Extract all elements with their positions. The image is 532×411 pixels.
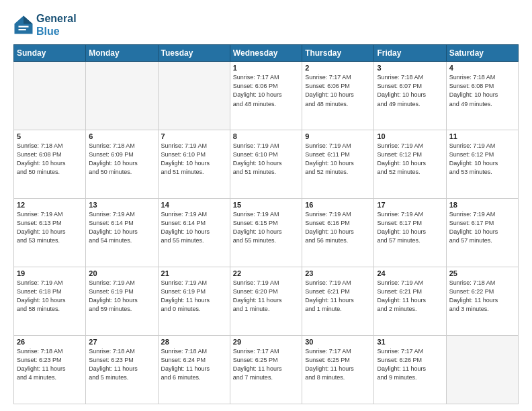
day-info: Sunrise: 7:19 AM Sunset: 6:17 PM Dayligh… — [449, 210, 515, 245]
day-info: Sunrise: 7:19 AM Sunset: 6:12 PM Dayligh… — [377, 142, 443, 177]
calendar-cell: 21Sunrise: 7:19 AM Sunset: 6:19 PM Dayli… — [158, 267, 230, 336]
day-info: Sunrise: 7:19 AM Sunset: 6:14 PM Dayligh… — [89, 210, 154, 245]
day-number: 19 — [17, 269, 83, 277]
svg-marker-1 — [24, 16, 33, 24]
day-info: Sunrise: 7:18 AM Sunset: 6:09 PM Dayligh… — [89, 142, 154, 177]
day-info: Sunrise: 7:17 AM Sunset: 6:06 PM Dayligh… — [233, 73, 299, 108]
day-info: Sunrise: 7:17 AM Sunset: 6:26 PM Dayligh… — [377, 347, 443, 382]
day-info: Sunrise: 7:17 AM Sunset: 6:25 PM Dayligh… — [233, 347, 299, 382]
day-info: Sunrise: 7:19 AM Sunset: 6:17 PM Dayligh… — [377, 210, 443, 245]
calendar-cell: 29Sunrise: 7:17 AM Sunset: 6:25 PM Dayli… — [230, 336, 302, 404]
calendar-cell: 3Sunrise: 7:18 AM Sunset: 6:07 PM Daylig… — [374, 62, 446, 130]
day-number: 3 — [377, 64, 443, 72]
day-number: 29 — [233, 338, 299, 346]
day-number: 21 — [161, 269, 227, 277]
calendar-cell: 18Sunrise: 7:19 AM Sunset: 6:17 PM Dayli… — [446, 199, 518, 267]
calendar-cell: 24Sunrise: 7:19 AM Sunset: 6:21 PM Dayli… — [374, 267, 446, 336]
day-number: 24 — [377, 269, 443, 277]
day-info: Sunrise: 7:18 AM Sunset: 6:24 PM Dayligh… — [161, 347, 227, 382]
day-number: 20 — [89, 269, 154, 277]
calendar-cell — [446, 336, 518, 404]
day-info: Sunrise: 7:17 AM Sunset: 6:25 PM Dayligh… — [305, 347, 371, 382]
weekday-header-friday: Friday — [374, 45, 446, 62]
calendar-cell: 31Sunrise: 7:17 AM Sunset: 6:26 PM Dayli… — [374, 336, 446, 404]
day-number: 30 — [305, 338, 371, 346]
calendar-cell: 16Sunrise: 7:19 AM Sunset: 6:16 PM Dayli… — [302, 199, 374, 267]
day-number: 26 — [17, 338, 83, 346]
day-number: 22 — [233, 269, 299, 277]
day-info: Sunrise: 7:19 AM Sunset: 6:10 PM Dayligh… — [161, 142, 227, 177]
day-number: 7 — [161, 132, 227, 140]
calendar-cell: 5Sunrise: 7:18 AM Sunset: 6:08 PM Daylig… — [14, 130, 86, 199]
header: General Blue — [13, 12, 519, 38]
calendar-cell: 11Sunrise: 7:19 AM Sunset: 6:12 PM Dayli… — [446, 130, 518, 199]
day-number: 5 — [17, 132, 83, 140]
day-info: Sunrise: 7:19 AM Sunset: 6:14 PM Dayligh… — [161, 210, 227, 245]
calendar-cell: 14Sunrise: 7:19 AM Sunset: 6:14 PM Dayli… — [158, 199, 230, 267]
day-number: 31 — [377, 338, 443, 346]
calendar-cell: 8Sunrise: 7:19 AM Sunset: 6:10 PM Daylig… — [230, 130, 302, 199]
day-info: Sunrise: 7:19 AM Sunset: 6:21 PM Dayligh… — [377, 279, 443, 314]
day-info: Sunrise: 7:19 AM Sunset: 6:15 PM Dayligh… — [233, 210, 299, 245]
svg-rect-2 — [19, 26, 29, 28]
calendar-cell: 23Sunrise: 7:19 AM Sunset: 6:21 PM Dayli… — [302, 267, 374, 336]
logo-text: General Blue — [36, 12, 77, 38]
day-number: 16 — [305, 201, 371, 209]
day-number: 23 — [305, 269, 371, 277]
day-number: 28 — [161, 338, 227, 346]
day-number: 4 — [449, 64, 515, 72]
day-info: Sunrise: 7:17 AM Sunset: 6:06 PM Dayligh… — [305, 73, 371, 108]
day-number: 1 — [233, 64, 299, 72]
calendar-cell: 17Sunrise: 7:19 AM Sunset: 6:17 PM Dayli… — [374, 199, 446, 267]
calendar-cell: 27Sunrise: 7:18 AM Sunset: 6:23 PM Dayli… — [86, 336, 158, 404]
calendar-cell: 10Sunrise: 7:19 AM Sunset: 6:12 PM Dayli… — [374, 130, 446, 199]
weekday-header-wednesday: Wednesday — [230, 45, 302, 62]
day-number: 8 — [233, 132, 299, 140]
calendar-cell: 26Sunrise: 7:18 AM Sunset: 6:23 PM Dayli… — [14, 336, 86, 404]
weekday-header-tuesday: Tuesday — [158, 45, 230, 62]
day-number: 17 — [377, 201, 443, 209]
calendar-cell: 19Sunrise: 7:19 AM Sunset: 6:18 PM Dayli… — [14, 267, 86, 336]
calendar-cell: 12Sunrise: 7:19 AM Sunset: 6:13 PM Dayli… — [14, 199, 86, 267]
day-info: Sunrise: 7:18 AM Sunset: 6:23 PM Dayligh… — [89, 347, 154, 382]
weekday-header-monday: Monday — [86, 45, 158, 62]
calendar-cell: 6Sunrise: 7:18 AM Sunset: 6:09 PM Daylig… — [86, 130, 158, 199]
day-info: Sunrise: 7:19 AM Sunset: 6:19 PM Dayligh… — [89, 279, 154, 314]
day-info: Sunrise: 7:19 AM Sunset: 6:21 PM Dayligh… — [305, 279, 371, 314]
day-info: Sunrise: 7:19 AM Sunset: 6:19 PM Dayligh… — [161, 279, 227, 314]
calendar-cell: 20Sunrise: 7:19 AM Sunset: 6:19 PM Dayli… — [86, 267, 158, 336]
day-info: Sunrise: 7:19 AM Sunset: 6:18 PM Dayligh… — [17, 279, 83, 314]
day-info: Sunrise: 7:18 AM Sunset: 6:07 PM Dayligh… — [377, 73, 443, 108]
day-number: 2 — [305, 64, 371, 72]
logo-icon — [13, 15, 34, 35]
day-number: 10 — [377, 132, 443, 140]
calendar-cell: 2Sunrise: 7:17 AM Sunset: 6:06 PM Daylig… — [302, 62, 374, 130]
week-row-2: 5Sunrise: 7:18 AM Sunset: 6:08 PM Daylig… — [14, 130, 519, 199]
day-info: Sunrise: 7:19 AM Sunset: 6:20 PM Dayligh… — [233, 279, 299, 314]
calendar-cell: 9Sunrise: 7:19 AM Sunset: 6:11 PM Daylig… — [302, 130, 374, 199]
calendar-cell: 4Sunrise: 7:18 AM Sunset: 6:08 PM Daylig… — [446, 62, 518, 130]
calendar-cell: 7Sunrise: 7:19 AM Sunset: 6:10 PM Daylig… — [158, 130, 230, 199]
day-info: Sunrise: 7:19 AM Sunset: 6:11 PM Dayligh… — [305, 142, 371, 177]
calendar-cell — [86, 62, 158, 130]
day-info: Sunrise: 7:19 AM Sunset: 6:13 PM Dayligh… — [17, 210, 83, 245]
day-number: 25 — [449, 269, 515, 277]
day-number: 9 — [305, 132, 371, 140]
calendar-cell — [158, 62, 230, 130]
day-info: Sunrise: 7:19 AM Sunset: 6:10 PM Dayligh… — [233, 142, 299, 177]
calendar-cell: 13Sunrise: 7:19 AM Sunset: 6:14 PM Dayli… — [86, 199, 158, 267]
weekday-header-saturday: Saturday — [446, 45, 518, 62]
week-row-5: 26Sunrise: 7:18 AM Sunset: 6:23 PM Dayli… — [14, 336, 519, 404]
calendar-cell: 1Sunrise: 7:17 AM Sunset: 6:06 PM Daylig… — [230, 62, 302, 130]
day-number: 18 — [449, 201, 515, 209]
day-info: Sunrise: 7:19 AM Sunset: 6:12 PM Dayligh… — [449, 142, 515, 177]
week-row-1: 1Sunrise: 7:17 AM Sunset: 6:06 PM Daylig… — [14, 62, 519, 130]
day-number: 14 — [161, 201, 227, 209]
calendar-cell: 30Sunrise: 7:17 AM Sunset: 6:25 PM Dayli… — [302, 336, 374, 404]
calendar-cell — [14, 62, 86, 130]
day-number: 15 — [233, 201, 299, 209]
week-row-4: 19Sunrise: 7:19 AM Sunset: 6:18 PM Dayli… — [14, 267, 519, 336]
day-number: 12 — [17, 201, 83, 209]
day-number: 11 — [449, 132, 515, 140]
week-row-3: 12Sunrise: 7:19 AM Sunset: 6:13 PM Dayli… — [14, 199, 519, 267]
